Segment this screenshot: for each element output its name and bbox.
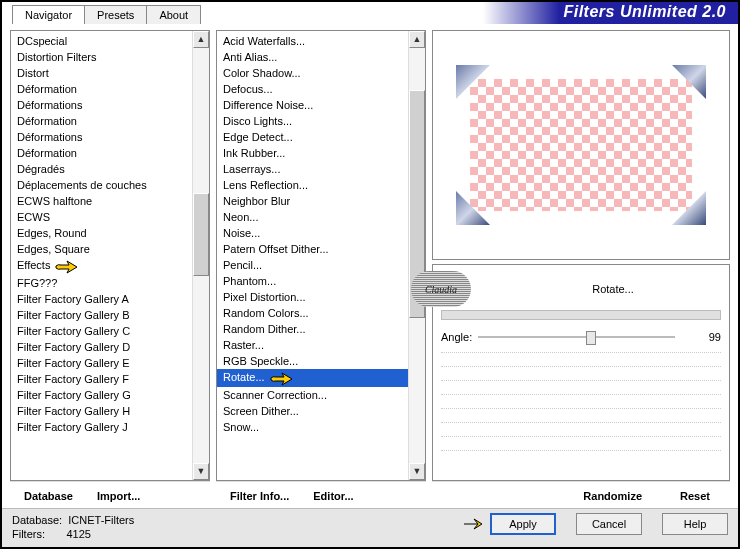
progress-bar — [441, 310, 721, 320]
status-db-label: Database: — [12, 514, 62, 526]
category-item[interactable]: DCspecial — [11, 33, 192, 49]
filter-item[interactable]: Phantom... — [217, 273, 408, 289]
category-item[interactable]: Déformations — [11, 97, 192, 113]
hand-pointer-icon — [462, 514, 488, 534]
randomize-button[interactable]: Randomize — [573, 488, 652, 504]
category-item[interactable]: Effects — [11, 257, 192, 275]
parameter-panel: Claudia Rotate... Angle: 99 — [432, 264, 730, 481]
category-item[interactable]: ECWS — [11, 209, 192, 225]
cancel-button[interactable]: Cancel — [576, 513, 642, 535]
help-button[interactable]: Help — [662, 513, 728, 535]
filter-item[interactable]: Patern Offset Dither... — [217, 241, 408, 257]
app-title: Filters Unlimited 2.0 — [483, 2, 738, 24]
watermark-stamp: Claudia — [411, 271, 471, 307]
filter-item[interactable]: Raster... — [217, 337, 408, 353]
tab-strip: Navigator Presets About — [12, 5, 200, 24]
category-item[interactable]: Filter Factory Gallery D — [11, 339, 192, 355]
import-button[interactable]: Import... — [87, 488, 150, 504]
category-item[interactable]: Edges, Square — [11, 241, 192, 257]
preview-image — [470, 79, 692, 211]
category-item[interactable]: Distort — [11, 65, 192, 81]
filter-item[interactable]: Random Colors... — [217, 305, 408, 321]
category-item[interactable]: Filter Factory Gallery E — [11, 355, 192, 371]
filter-list[interactable]: Acid Waterfalls...Anti Alias...Color Sha… — [216, 30, 426, 481]
status-bar: Database: ICNET-Filters Filters: 4125 Ap… — [2, 508, 738, 547]
preview-panel — [432, 30, 730, 260]
angle-label: Angle: — [441, 331, 472, 343]
filter-item[interactable]: Disco Lights... — [217, 113, 408, 129]
category-item[interactable]: Distortion Filters — [11, 49, 192, 65]
scroll-up-icon[interactable]: ▲ — [409, 31, 425, 48]
status-filters-label: Filters: — [12, 528, 45, 540]
category-item[interactable]: Déformation — [11, 113, 192, 129]
category-scrollbar[interactable]: ▲ ▼ — [192, 31, 209, 480]
category-item[interactable]: Déplacements de couches — [11, 177, 192, 193]
filter-item[interactable]: RGB Speckle... — [217, 353, 408, 369]
category-item[interactable]: Déformations — [11, 129, 192, 145]
filter-item[interactable]: Noise... — [217, 225, 408, 241]
tab-about[interactable]: About — [146, 5, 201, 24]
filter-info-button[interactable]: Filter Info... — [220, 488, 299, 504]
category-item[interactable]: ECWS halftone — [11, 193, 192, 209]
tab-navigator[interactable]: Navigator — [12, 5, 85, 24]
category-item[interactable]: Dégradés — [11, 161, 192, 177]
category-item[interactable]: Filter Factory Gallery C — [11, 323, 192, 339]
filter-item[interactable]: Acid Waterfalls... — [217, 33, 408, 49]
filter-item[interactable]: Screen Dither... — [217, 403, 408, 419]
category-list[interactable]: DCspecialDistortion FiltersDistortDéform… — [10, 30, 210, 481]
filter-item[interactable]: Random Dither... — [217, 321, 408, 337]
filter-item[interactable]: Ink Rubber... — [217, 145, 408, 161]
filter-item[interactable]: Snow... — [217, 419, 408, 435]
filter-item[interactable]: Pencil... — [217, 257, 408, 273]
titlebar: Navigator Presets About Filters Unlimite… — [2, 2, 738, 24]
filter-item[interactable]: Defocus... — [217, 81, 408, 97]
scroll-up-icon[interactable]: ▲ — [193, 31, 209, 48]
category-item[interactable]: Filter Factory Gallery B — [11, 307, 192, 323]
status-db-value: ICNET-Filters — [68, 514, 134, 526]
angle-value: 99 — [681, 331, 721, 343]
tab-presets[interactable]: Presets — [84, 5, 147, 24]
category-item[interactable]: Filter Factory Gallery A — [11, 291, 192, 307]
scroll-down-icon[interactable]: ▼ — [409, 463, 425, 480]
filter-item[interactable]: Lens Reflection... — [217, 177, 408, 193]
filter-item[interactable]: Anti Alias... — [217, 49, 408, 65]
category-item[interactable]: Filter Factory Gallery F — [11, 371, 192, 387]
filter-item[interactable]: Pixel Distortion... — [217, 289, 408, 305]
scroll-thumb[interactable] — [193, 193, 209, 276]
filter-item[interactable]: Rotate... — [217, 369, 408, 387]
filter-item[interactable]: Neon... — [217, 209, 408, 225]
database-button[interactable]: Database — [14, 488, 83, 504]
filter-item[interactable]: Laserrays... — [217, 161, 408, 177]
category-item[interactable]: Filter Factory Gallery G — [11, 387, 192, 403]
hand-pointer-icon — [269, 369, 295, 387]
filter-item[interactable]: Edge Detect... — [217, 129, 408, 145]
angle-slider[interactable] — [478, 328, 675, 346]
category-item[interactable]: Filter Factory Gallery H — [11, 403, 192, 419]
filter-scrollbar[interactable]: ▲ ▼ — [408, 31, 425, 480]
category-item[interactable]: FFG??? — [11, 275, 192, 291]
filter-title: Rotate... — [505, 283, 721, 295]
status-filters-value: 4125 — [66, 528, 90, 540]
category-item[interactable]: Déformation — [11, 145, 192, 161]
category-item[interactable]: Edges, Round — [11, 225, 192, 241]
reset-button[interactable]: Reset — [670, 488, 720, 504]
filter-item[interactable]: Scanner Correction... — [217, 387, 408, 403]
filter-item[interactable]: Neighbor Blur — [217, 193, 408, 209]
editor-button[interactable]: Editor... — [303, 488, 363, 504]
scroll-down-icon[interactable]: ▼ — [193, 463, 209, 480]
apply-button[interactable]: Apply — [490, 513, 556, 535]
hand-pointer-icon — [54, 257, 80, 275]
filter-item[interactable]: Difference Noise... — [217, 97, 408, 113]
category-item[interactable]: Filter Factory Gallery J — [11, 419, 192, 435]
category-item[interactable]: Déformation — [11, 81, 192, 97]
filter-item[interactable]: Color Shadow... — [217, 65, 408, 81]
